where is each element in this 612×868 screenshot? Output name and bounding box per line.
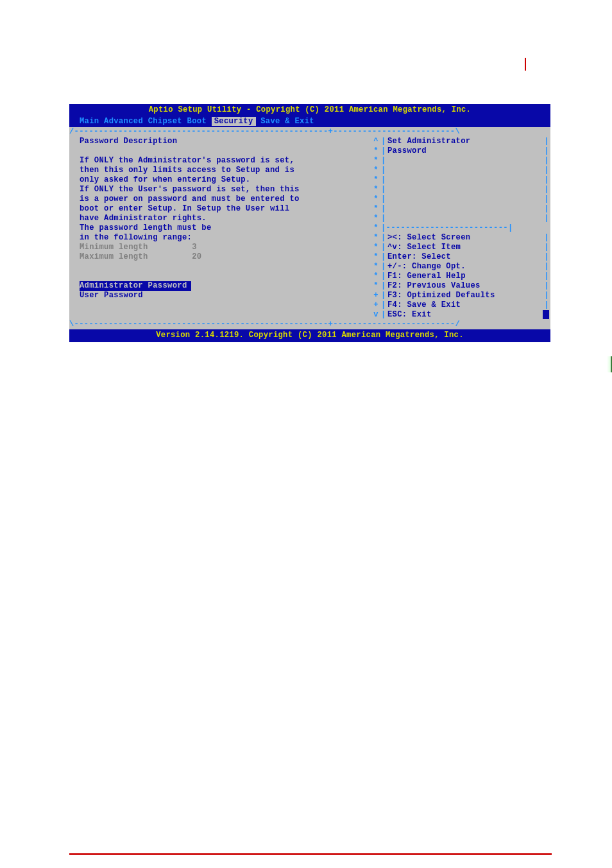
desc-5: is a power on password and must be enter…	[69, 195, 371, 204]
key-change-opt: +/-: Change Opt.	[387, 262, 544, 272]
frame-bottom: \---------------------------------------…	[69, 320, 550, 329]
key-esc: ESC: Exit	[387, 310, 543, 320]
desc-3: only asked for when entering Setup.	[69, 175, 371, 185]
key-select-item: ^v: Select Item	[387, 243, 544, 252]
scroll-up-icon[interactable]: ^	[371, 137, 381, 146]
help-divider: |-------------------------|	[381, 223, 513, 233]
scroll-down-icon[interactable]: v	[371, 310, 381, 320]
key-f1: F1: General Help	[387, 272, 544, 281]
key-select-screen: ><: Select Screen	[387, 233, 544, 243]
key-f2: F2: Previous Values	[387, 281, 544, 291]
menu-security[interactable]: Security	[212, 117, 256, 126]
help-line-1: Set Administrator	[387, 137, 544, 146]
desc-6: boot or enter Setup. In Setup the User w…	[69, 204, 371, 214]
menu-save-exit[interactable]: Save & Exit	[260, 117, 314, 126]
user-password-item[interactable]: User Password	[69, 291, 371, 300]
desc-1: If ONLY the Administrator's password is …	[69, 156, 371, 166]
section-heading: Password Description	[69, 137, 371, 146]
max-length-row: Maximum length 20	[69, 252, 371, 262]
page-edge-decoration	[607, 356, 612, 372]
desc-8: The password length must be	[69, 223, 371, 233]
document-footer-rule	[69, 853, 552, 855]
menu-advanced[interactable]: Advanced	[104, 117, 148, 126]
menu-chipset[interactable]: Chipset	[148, 117, 187, 126]
frame-top: /---------------------------------------…	[69, 127, 550, 137]
key-f4: F4: Save & Exit	[387, 300, 544, 310]
menu-main[interactable]: Main	[80, 117, 104, 126]
desc-2: then this only limits access to Setup an…	[69, 166, 371, 175]
bios-body: /---------------------------------------…	[69, 127, 550, 329]
help-line-2: Password	[387, 146, 544, 156]
bios-title: Aptio Setup Utility - Copyright (C) 2011…	[69, 104, 550, 116]
key-f3: F3: Optimized Defaults	[387, 291, 544, 300]
admin-password-item[interactable]: Administrator Password	[80, 281, 191, 291]
menu-boot[interactable]: Boot	[187, 117, 212, 126]
desc-4: If ONLY the User's password is set, then…	[69, 185, 371, 195]
min-length-row: Minimum length 3	[69, 243, 371, 252]
menu-bar[interactable]: Main Advanced Chipset Boot Security Save…	[69, 116, 550, 127]
bios-footer: Version 2.14.1219. Copyright (C) 2011 Am…	[69, 329, 550, 342]
bios-screen: Aptio Setup Utility - Copyright (C) 2011…	[69, 104, 550, 342]
scrollbar-thumb[interactable]	[543, 310, 549, 319]
page-cursor	[525, 58, 526, 71]
desc-9: in the following range:	[69, 233, 371, 243]
key-enter: Enter: Select	[387, 252, 544, 262]
desc-7: have Administrator rights.	[69, 214, 371, 223]
